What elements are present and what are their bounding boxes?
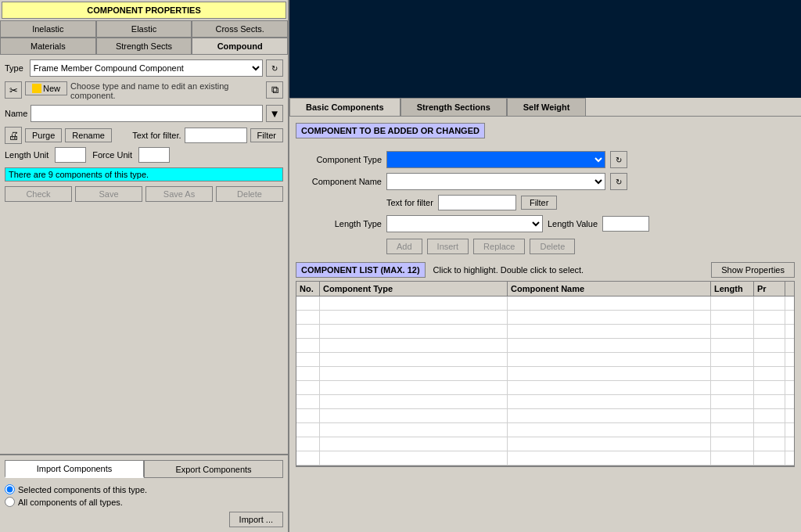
- show-props-btn[interactable]: Show Properties: [711, 262, 795, 278]
- new-row: ✂ New Choose type and name to edit an ex…: [5, 81, 283, 100]
- bottom-buttons: Check Save Save As Delete: [5, 186, 283, 202]
- length-value-label: Length Value: [548, 219, 598, 228]
- delete-comp-btn[interactable]: Delete: [530, 239, 575, 254]
- print-btn[interactable]: 🖨: [5, 127, 22, 144]
- component-type-refresh[interactable]: ↻: [610, 151, 627, 168]
- right-panel: Basic Components Strength Sections Self …: [289, 0, 801, 532]
- scissors-btn[interactable]: ✂: [5, 81, 22, 99]
- title-bar: COMPONENT PROPERTIES: [2, 2, 286, 19]
- tab-cross-sects[interactable]: Cross Sects.: [192, 20, 288, 37]
- component-name-refresh[interactable]: ↻: [610, 173, 627, 190]
- component-type-select[interactable]: [386, 151, 605, 168]
- table-row[interactable]: [296, 311, 794, 325]
- table-row[interactable]: [296, 409, 794, 423]
- filter-label-right: Text for filter: [386, 198, 433, 207]
- filter-btn[interactable]: Filter: [250, 128, 283, 142]
- radio-selected[interactable]: [5, 484, 15, 494]
- length-value-input[interactable]: [602, 216, 649, 232]
- tab-compound[interactable]: Compound: [192, 38, 288, 54]
- import-export-section: Import Components Export Components Sele…: [0, 454, 288, 532]
- length-unit-label: Length Unit: [5, 150, 48, 160]
- new-icon: [32, 84, 41, 93]
- delete-btn[interactable]: Delete: [216, 186, 283, 202]
- th-prop: Pr: [754, 282, 785, 296]
- tab-materials[interactable]: Materials: [0, 38, 96, 54]
- type-label: Type: [5, 63, 23, 73]
- length-unit-input[interactable]: [55, 147, 86, 163]
- export-tab[interactable]: Export Components: [144, 460, 283, 478]
- table-row[interactable]: [296, 437, 794, 451]
- th-type: Component Type: [320, 282, 508, 296]
- section-header: COMPONENT TO BE ADDED OR CHANGED: [296, 123, 485, 138]
- table-row[interactable]: [296, 325, 794, 339]
- radio-row-1: Selected components of this type.: [5, 484, 283, 494]
- radio-all[interactable]: [5, 497, 15, 507]
- table-row[interactable]: [296, 395, 794, 409]
- component-type-label: Component Type: [296, 155, 382, 164]
- th-no: No.: [296, 282, 320, 296]
- length-type-select[interactable]: [386, 215, 543, 232]
- left-panel: COMPONENT PROPERTIES Inelastic Elastic C…: [0, 0, 289, 532]
- comp-list-hint: Click to highlight. Double click to sele…: [433, 265, 584, 275]
- import-button[interactable]: Import ...: [229, 512, 283, 527]
- tab-basic-components[interactable]: Basic Components: [289, 98, 400, 116]
- table-row[interactable]: [296, 367, 794, 381]
- component-name-select[interactable]: [386, 173, 605, 190]
- horizontal-scrollbar[interactable]: [296, 466, 795, 479]
- table-row[interactable]: [296, 423, 794, 437]
- left-content: Type Frame Member Compound Component ↻ ✂…: [0, 55, 288, 454]
- table-row[interactable]: [296, 297, 794, 311]
- tab-row-1: Inelastic Elastic Cross Sects.: [0, 20, 288, 38]
- filter-row-right: Text for filter Filter: [386, 195, 795, 210]
- replace-btn[interactable]: Replace: [473, 239, 525, 254]
- tab-elastic[interactable]: Elastic: [96, 20, 192, 37]
- save-btn[interactable]: Save: [75, 186, 142, 202]
- table-row[interactable]: [296, 451, 794, 466]
- name-input[interactable]: [31, 105, 263, 122]
- component-type-row: Component Type ↻: [296, 151, 795, 168]
- component-name-row: Component Name ↻: [296, 173, 795, 190]
- type-refresh-btn[interactable]: ↻: [266, 59, 283, 77]
- import-tab[interactable]: Import Components: [5, 460, 144, 478]
- filter-input-right[interactable]: [438, 195, 516, 210]
- hint-text: Choose type and name to edit an existing…: [70, 81, 263, 100]
- name-label: Name: [5, 109, 27, 118]
- name-row: Name ▼: [5, 105, 283, 122]
- tab-row-2: Materials Strength Sects Compound: [0, 38, 288, 55]
- filter-input[interactable]: [185, 128, 247, 143]
- insert-btn[interactable]: Insert: [427, 239, 469, 254]
- table-header: No. Component Type Component Name Length…: [296, 282, 794, 297]
- action-row: Add Insert Replace Delete: [386, 239, 795, 254]
- rename-btn[interactable]: Rename: [65, 128, 112, 142]
- tab-strength-sects[interactable]: Strength Sects: [96, 38, 192, 54]
- type-select[interactable]: Frame Member Compound Component: [30, 59, 263, 77]
- copy-btn[interactable]: ⧉: [266, 81, 283, 99]
- radio-group: Selected components of this type. All co…: [5, 484, 283, 507]
- tab-self-weight[interactable]: Self Weight: [507, 98, 587, 116]
- filter-row: 🖨 Purge Rename Text for filter. Filter: [5, 127, 283, 144]
- table-row[interactable]: [296, 339, 794, 353]
- save-as-btn[interactable]: Save As: [145, 186, 213, 202]
- tab-inelastic[interactable]: Inelastic: [0, 20, 96, 37]
- purge-btn[interactable]: Purge: [25, 128, 62, 142]
- length-type-label: Length Type: [296, 219, 382, 228]
- filter-btn-right[interactable]: Filter: [521, 196, 557, 210]
- length-row: Length Type Length Value: [296, 215, 795, 232]
- component-name-label: Component Name: [296, 177, 382, 186]
- radio-label-2: All components of all types.: [18, 498, 123, 507]
- new-btn-label: New: [43, 84, 60, 93]
- name-dropdown-btn[interactable]: ▼: [266, 105, 283, 122]
- new-button[interactable]: New: [25, 81, 67, 95]
- component-table: No. Component Type Component Name Length…: [296, 281, 795, 466]
- right-content: COMPONENT TO BE ADDED OR CHANGED Compone…: [289, 117, 801, 532]
- th-length: Length: [711, 282, 754, 296]
- force-unit-input[interactable]: [138, 147, 170, 163]
- unit-row: Length Unit Force Unit: [5, 147, 283, 163]
- table-row[interactable]: [296, 353, 794, 367]
- check-btn[interactable]: Check: [5, 186, 72, 202]
- radio-label-1: Selected components of this type.: [18, 485, 147, 494]
- table-row[interactable]: [296, 381, 794, 395]
- filter-text-label: Text for filter.: [115, 131, 181, 140]
- add-btn[interactable]: Add: [386, 239, 422, 254]
- tab-strength-sections[interactable]: Strength Sections: [400, 98, 507, 116]
